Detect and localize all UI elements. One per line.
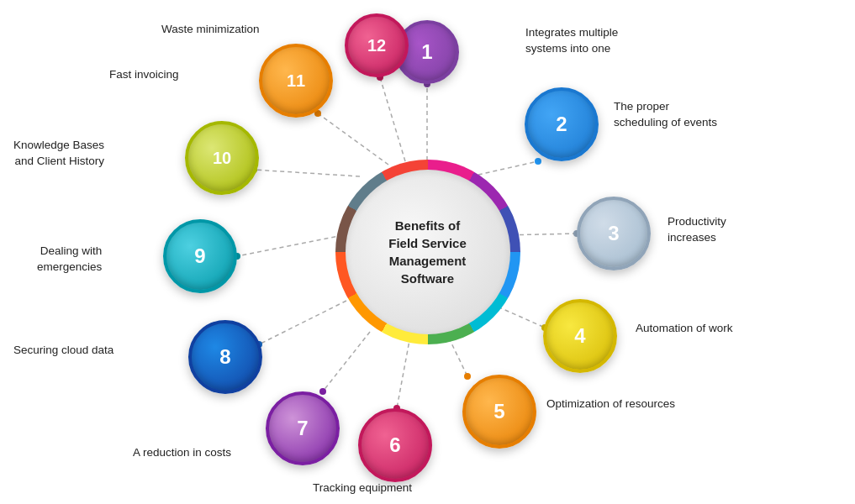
label-5: Optimization of resources bbox=[546, 396, 675, 412]
bubble-9: 9 bbox=[163, 219, 237, 293]
label-7: A reduction in costs bbox=[133, 445, 231, 461]
bubble-8: 8 bbox=[188, 320, 262, 394]
label-2: The properscheduling of events bbox=[614, 99, 717, 131]
svg-line-18 bbox=[254, 170, 360, 176]
label-3: Productivityincreases bbox=[668, 214, 726, 246]
label-11: Fast invoicing bbox=[109, 67, 179, 83]
svg-line-10 bbox=[397, 336, 410, 408]
svg-point-13 bbox=[319, 388, 326, 395]
svg-line-2 bbox=[471, 161, 538, 176]
svg-line-22 bbox=[380, 77, 405, 161]
diagram-container: Benefits of Field Service Management Sof… bbox=[0, 0, 855, 504]
center-circle: Benefits of Field Service Management Sof… bbox=[346, 170, 510, 334]
bubble-2: 2 bbox=[525, 87, 599, 161]
bubble-3: 3 bbox=[577, 197, 651, 270]
bubble-10: 10 bbox=[185, 121, 259, 195]
svg-point-3 bbox=[535, 158, 541, 165]
label-8: Securing cloud data bbox=[13, 343, 113, 359]
bubble-4: 4 bbox=[543, 299, 617, 373]
svg-line-20 bbox=[318, 113, 388, 165]
bubble-7: 7 bbox=[266, 391, 340, 465]
bubble-6: 6 bbox=[358, 408, 432, 482]
label-6: Tracking equipment bbox=[313, 480, 412, 496]
bubble-5: 5 bbox=[462, 375, 536, 449]
label-10: Knowledge Basesand Client History bbox=[13, 138, 104, 170]
label-1: Integrates multiplesystems into one bbox=[525, 25, 618, 57]
svg-line-14 bbox=[259, 301, 346, 344]
label-9: Dealing withemergencies bbox=[37, 244, 102, 276]
bubble-12: 12 bbox=[345, 13, 409, 77]
center-title: Benefits of Field Service Management Sof… bbox=[388, 217, 467, 287]
label-4: Automation of work bbox=[636, 321, 733, 337]
svg-line-16 bbox=[237, 235, 343, 256]
svg-point-9 bbox=[464, 373, 471, 380]
bubble-11: 11 bbox=[259, 44, 333, 118]
svg-line-12 bbox=[323, 332, 370, 391]
label-12: Waste minimization bbox=[161, 22, 260, 38]
